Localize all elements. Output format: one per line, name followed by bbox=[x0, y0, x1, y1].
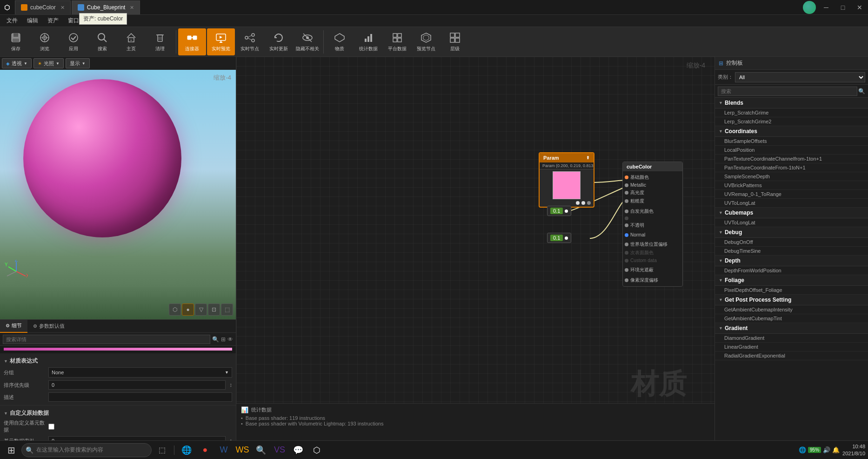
nav-sphere-button[interactable]: ● bbox=[182, 304, 194, 316]
toolbar-save-button[interactable]: 保存 bbox=[2, 28, 30, 55]
category-coordinates[interactable]: ▼ Coordinates bbox=[715, 126, 868, 137]
close-button[interactable]: ✕ bbox=[851, 0, 868, 15]
metallic-pin bbox=[625, 183, 628, 187]
node-pan-tex-coord-channel[interactable]: PanTextureCoordinateChannelfrom-1ton+1 bbox=[715, 155, 868, 163]
node-sample-scene-depth[interactable]: SampleSceneDepth bbox=[715, 172, 868, 181]
taskbar-search2[interactable]: 🔍 bbox=[253, 442, 269, 459]
start-button[interactable]: ⊞ bbox=[3, 442, 20, 459]
toolbar-realtime-preview-button[interactable]: 实时预览 bbox=[207, 28, 235, 55]
toolbar-apply-button[interactable]: 应用 bbox=[60, 28, 87, 55]
taskbar-vs[interactable]: VS bbox=[271, 442, 288, 459]
taskbar-chrome[interactable]: ● bbox=[197, 442, 214, 459]
details-eye-icon[interactable]: 👁 bbox=[227, 336, 233, 343]
taskbar-wechat[interactable]: 💬 bbox=[290, 442, 307, 459]
toolbar-hide-unrelated-button[interactable]: 隐藏不相关 bbox=[294, 28, 321, 55]
nav-floor-button[interactable]: ⊡ bbox=[208, 304, 220, 316]
node-depth-from-world[interactable]: DepthFromWorldPosition bbox=[715, 266, 868, 275]
node-debug-on-off[interactable]: DebugOnOff bbox=[715, 238, 868, 247]
node-pixel-depth-foliage[interactable]: PixelDepthOffset_Foliage bbox=[715, 286, 868, 295]
minimize-button[interactable]: ─ bbox=[818, 0, 835, 15]
category-blends[interactable]: ▼ Blends bbox=[715, 98, 868, 108]
sort-value[interactable]: 0 bbox=[48, 380, 226, 390]
node-diamond-gradient[interactable]: DiamondGradient bbox=[715, 334, 868, 343]
details-grid-icon[interactable]: ⊞ bbox=[221, 336, 226, 343]
menu-edit[interactable]: 编辑 bbox=[22, 15, 43, 27]
node-linear-gradient[interactable]: LinearGradient bbox=[715, 343, 868, 351]
node-radial-gradient[interactable]: RadialGradientExponential bbox=[715, 351, 868, 360]
category-debug[interactable]: ▼ Debug bbox=[715, 227, 868, 238]
tab-blueprint-close[interactable]: ✕ bbox=[130, 5, 134, 11]
prim-index-value[interactable]: 0 bbox=[48, 436, 226, 440]
svg-rect-11 bbox=[130, 40, 132, 42]
viewport-canvas[interactable]: X Z Y 缩放-4 ⬡ ● ▽ ⊡ ⬚ bbox=[0, 70, 236, 319]
taskbar-app1[interactable]: WS bbox=[234, 442, 251, 459]
nav-perspective-button[interactable]: ⬡ bbox=[169, 304, 181, 316]
node-local-position[interactable]: LocalPosition bbox=[715, 146, 868, 155]
taskbar-search[interactable]: 🔍 在这里输入你要搜索的内容 bbox=[21, 443, 152, 457]
toolbar-realtime-nodes-button[interactable]: 实时节点 bbox=[236, 28, 264, 55]
toolbar-platform-button[interactable]: 平台数据 bbox=[383, 28, 411, 55]
lighting-dropdown[interactable]: ☀ 光照 ▼ bbox=[33, 58, 64, 68]
toolbar-stats-button[interactable]: 统计数据 bbox=[354, 28, 382, 55]
taskbar-ue[interactable]: ⬡ bbox=[308, 442, 325, 459]
pdo-pin bbox=[625, 278, 628, 282]
category-foliage[interactable]: ▼ Foliage bbox=[715, 275, 868, 286]
taskbar-word[interactable]: W bbox=[215, 442, 232, 459]
param-node[interactable]: Param ⬆ Param (0.200, 0.219, 0.813, 0) bbox=[539, 152, 594, 208]
category-depth[interactable]: ▼ Depth bbox=[715, 256, 868, 266]
tab-cubecolor-close[interactable]: ✕ bbox=[60, 5, 65, 11]
node-ambient-cubemap-intensity[interactable]: GetAmbientCubemapIntensity bbox=[715, 305, 868, 314]
group-dropdown[interactable]: None ▼ bbox=[48, 367, 232, 378]
toolbar-browse-button[interactable]: 浏览 bbox=[31, 28, 59, 55]
toolbar-level-button[interactable]: 层级 bbox=[441, 28, 469, 55]
node-ambient-cubemap-tint[interactable]: GetAmbientCubemapTint bbox=[715, 314, 868, 323]
node-cubemap-uv-longlet[interactable]: UVToLongLat bbox=[715, 218, 868, 227]
use-custom-checkbox[interactable] bbox=[48, 424, 54, 430]
toolbar-search-button[interactable]: 搜索 bbox=[88, 28, 116, 55]
scalar-node-1[interactable]: 0.1 bbox=[547, 206, 571, 216]
tab-details[interactable]: ⚙ 细节 bbox=[0, 320, 27, 333]
node-blur-sample-offsets[interactable]: BlurSampleOffsets bbox=[715, 137, 868, 146]
category-post-process[interactable]: ▼ Get Post Process Setting bbox=[715, 295, 868, 305]
taskbar-task-view[interactable]: ⬚ bbox=[154, 442, 170, 459]
right-search-input[interactable] bbox=[718, 87, 857, 96]
perspective-dropdown[interactable]: ◈ 透视 ▼ bbox=[2, 58, 32, 68]
menu-file[interactable]: 文件 bbox=[2, 15, 22, 27]
nav-flat-button[interactable]: ▽ bbox=[195, 304, 207, 316]
tab-blueprint[interactable]: Cube_Blueprint ✕ bbox=[72, 0, 140, 14]
desc-input[interactable] bbox=[48, 392, 232, 402]
nav-bg-button[interactable]: ⬚ bbox=[221, 304, 233, 316]
toolbar-connector-button[interactable]: 连接器 bbox=[178, 28, 206, 55]
node-uv-to-longlet[interactable]: UVToLongLat bbox=[715, 199, 868, 208]
maximize-button[interactable]: □ bbox=[835, 0, 851, 15]
node-pan-tex-coord-from[interactable]: PanTextureCoordinateFrom-1toN+1 bbox=[715, 163, 868, 172]
toolbar-realtime-update-button[interactable]: 实时更新 bbox=[265, 28, 293, 55]
sort-spinner-icon[interactable]: ↕ bbox=[229, 382, 232, 388]
display-dropdown[interactable]: 显示 ▼ bbox=[66, 58, 90, 68]
node-lerp-scratch-grime2[interactable]: Lerp_ScratchGrime2 bbox=[715, 117, 868, 126]
node-graph[interactable]: 缩放-4 材质 Param ⬆ Param (0.200, 0.219, 0.8… bbox=[236, 57, 714, 440]
toolbar-home-button[interactable]: 主页 bbox=[117, 28, 145, 55]
svg-marker-28 bbox=[335, 34, 344, 42]
category-cubemaps[interactable]: ▼ Cubemaps bbox=[715, 208, 868, 218]
category-gradient[interactable]: ▼ Gradient bbox=[715, 323, 868, 334]
taskbar-edge[interactable]: 🌐 bbox=[178, 442, 195, 459]
details-search-input[interactable] bbox=[3, 335, 210, 344]
toolbar-preview-node-button[interactable]: 预览节点 bbox=[412, 28, 440, 55]
node-lerp-scratch-grime[interactable]: Lerp_ScratchGrime bbox=[715, 108, 868, 117]
node-uv-brick-patterns[interactable]: UVBrickPatterns bbox=[715, 181, 868, 190]
node-uv-remap[interactable]: UVRemap_0-1_ToRange bbox=[715, 190, 868, 199]
wpo-label: 世界场景位置偏移 bbox=[630, 241, 668, 248]
category-select[interactable]: All bbox=[735, 72, 865, 82]
menu-asset[interactable]: 资产 bbox=[43, 15, 63, 27]
node-debug-time-sine[interactable]: DebugTimeSine bbox=[715, 247, 868, 256]
taskbar-clock: 10:48 2021/8/10 bbox=[842, 443, 865, 457]
scalar-node-2[interactable]: 0.1 bbox=[547, 233, 571, 243]
tab-cubecolor[interactable]: cubeColor ✕ bbox=[15, 0, 71, 14]
param-node-expand[interactable]: ⬆ bbox=[586, 155, 590, 160]
toolbar-material-button[interactable]: 物质 bbox=[326, 28, 354, 55]
tab-params[interactable]: ⚙ 参数默认值 bbox=[27, 320, 70, 333]
material-output-node[interactable]: cubeColor 基础颜色 Metallic 高光度 粗糙度 bbox=[622, 162, 683, 287]
toolbar-clean-button[interactable]: 清理 bbox=[146, 28, 174, 55]
group-label: 分组 bbox=[4, 369, 46, 376]
